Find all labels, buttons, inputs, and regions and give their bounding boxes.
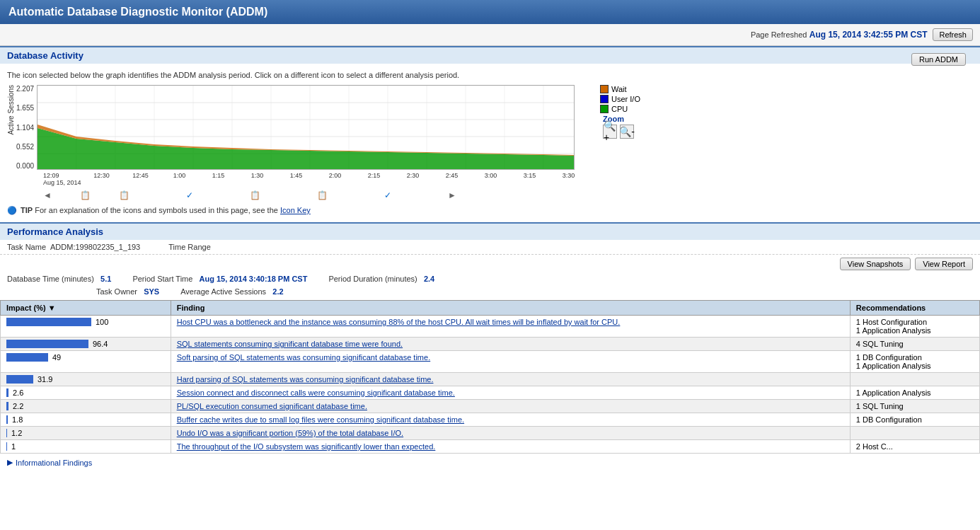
finding-cell[interactable]: Buffer cache writes due to small log fil… [171,413,850,427]
finding-link[interactable]: The throughput of the I/O subsystem was … [177,442,436,451]
tip-label: TIP [21,206,33,214]
period-duration-item: Period Duration (minutes) 2.4 [328,275,434,283]
zoom-out-icon[interactable]: 🔍- [620,125,634,139]
period-start-value: Aug 15, 2014 3:40:18 PM CST [200,275,308,283]
legend-wait: Wait [600,85,640,93]
svg-marker-19 [38,128,575,170]
snapshot-icon-5[interactable]: ✓ [384,190,391,200]
col-finding-label: Finding [177,304,205,312]
recommendation-item: 1 DB Configuration [856,415,922,424]
legend-wait-color [600,85,609,93]
y-label-3: 1.104 [16,124,34,132]
view-snapshots-button[interactable]: View Snapshots [840,258,911,270]
x-label-300: 3:00 [471,172,510,179]
period-start-item: Period Start Time Aug 15, 2014 3:40:18 P… [132,275,307,283]
period-start-label: Period Start Time [132,275,192,283]
refresh-button[interactable]: Refresh [933,28,973,41]
finding-link[interactable]: Buffer cache writes due to small log fil… [177,415,464,424]
x-label-1209: 12:09 [43,172,82,179]
finding-link[interactable]: SQL statements consuming significant dat… [177,340,403,348]
chart-wrapper: 2.207 1.655 1.104 0.552 0.000 [16,85,973,172]
finding-cell[interactable]: Hard parsing of SQL statements was consu… [171,373,850,386]
finding-link[interactable]: Session connect and disconnect calls wer… [177,388,455,397]
page-title: Automatic Database Diagnostic Monitor (A… [8,6,972,18]
finding-link[interactable]: Host CPU was a bottleneck and the instan… [177,318,621,326]
icon-row: ◄ 📋 📋 ✓ 📋 📋 ✓ ► [43,190,973,200]
finding-cell[interactable]: Soft parsing of SQL statements was consu… [171,351,850,373]
finding-link[interactable]: Undo I/O was a significant portion (59%)… [177,429,403,437]
table-row: 100Host CPU was a bottleneck and the ins… [1,316,980,338]
db-time-label: Database Time (minutes) [7,275,94,283]
legend-userio-color [600,95,609,103]
task-name-label: Task Name [7,243,46,251]
refresh-datetime: Aug 15, 2014 3:42:55 PM CST [809,30,928,40]
finding-cell[interactable]: Undo I/O was a significant portion (59%)… [171,427,850,440]
impact-bar [6,353,48,362]
recommendation-item: 1 Application Analysis [856,362,931,370]
finding-link[interactable]: PL/SQL execution consumed significant da… [177,402,367,410]
db-time-value: 5.1 [100,275,111,283]
impact-value: 2.2 [13,402,23,410]
snapshot-icon-4[interactable]: 📋 [317,190,328,200]
impact-cell: 100 [1,316,171,338]
tip-row: 🔵 TIP For an explanation of the icons an… [7,206,973,215]
recommendations-cell: 1 DB Configuration1 Application Analysis [850,351,979,373]
snapshot-icon-selected[interactable]: ✓ [186,190,193,200]
impact-cell: 96.4 [1,338,171,351]
detail-row: Database Time (minutes) 5.1 Period Start… [0,273,980,287]
sort-icon[interactable]: ▼ [48,304,56,312]
perf-section-title: Performance Analysis [7,226,103,237]
avg-sessions-label: Average Active Sessions [180,287,266,296]
nav-left-icon[interactable]: ◄ [43,190,52,200]
legend-cpu-color [600,105,609,113]
snapshot-icon-1[interactable]: 📋 [80,190,91,200]
table-row: 1.2Undo I/O was a significant portion (5… [1,427,980,440]
recommendations-cell: 2 Host C... [850,440,979,454]
view-report-button[interactable]: View Report [915,258,973,270]
recommendation-item: 1 DB Configuration [856,353,922,362]
refresh-text: Page Refreshed [751,30,807,39]
legend-userio-label: User I/O [611,95,640,103]
impact-value: 49 [52,353,61,362]
col-impact: Impact (%) ▼ [1,301,171,316]
db-activity-content: The icon selected below the graph identi… [0,64,980,222]
impact-cell: 1 [1,440,171,454]
recommendations-cell: 1 SQL Tuning [850,400,979,413]
table-row: 2.6Session connect and disconnect calls … [1,386,980,400]
table-row: 31.9Hard parsing of SQL statements was c… [1,373,980,386]
zoom-in-icon[interactable]: 🔍+ [603,125,617,139]
snapshot-icon-2[interactable]: 📋 [119,190,129,200]
finding-cell[interactable]: SQL statements consuming significant dat… [171,338,850,351]
impact-bar [6,415,8,424]
legend-cpu: CPU [600,105,640,113]
finding-cell[interactable]: The throughput of the I/O subsystem was … [171,440,850,454]
recommendations-cell [850,373,979,386]
finding-link[interactable]: Hard parsing of SQL statements was consu… [177,375,434,384]
perf-section-header: Performance Analysis [0,222,980,240]
finding-cell[interactable]: Session connect and disconnect calls wer… [171,386,850,400]
impact-value: 2.6 [13,388,23,397]
recommendation-item: 1 SQL Tuning [856,402,904,410]
recommendation-item: 1 Host Configuration [856,318,927,326]
icon-key-link[interactable]: Icon Key [280,206,311,214]
period-duration-label: Period Duration (minutes) [328,275,417,283]
impact-bar [6,318,91,326]
impact-value: 1.2 [11,429,22,437]
legend-zoom-container: Wait User I/O CPU Zoom [589,85,640,139]
legend-wait-label: Wait [611,85,627,93]
table-header-row: Impact (%) ▼ Finding Recommendations [1,301,980,316]
task-owner-item: Task Owner SYS [7,287,159,296]
finding-link[interactable]: Soft parsing of SQL statements was consu… [177,353,431,362]
finding-cell[interactable]: Host CPU was a bottleneck and the instan… [171,316,850,338]
run-addm-button[interactable]: Run ADDM [911,53,966,66]
snapshot-icon-3[interactable]: 📋 [250,190,260,200]
legend-cpu-label: CPU [611,105,628,113]
nav-right-icon[interactable]: ► [448,190,456,200]
info-findings-header[interactable]: ▶ Informational Findings [7,458,973,467]
task-owner-value: SYS [144,287,159,296]
y-label-4: 0.552 [16,143,34,151]
chart-area: 2.207 1.655 1.104 0.552 0.000 [16,85,973,203]
time-range-label: Time Range [168,243,211,251]
finding-cell[interactable]: PL/SQL execution consumed significant da… [171,400,850,413]
table-row: 1The throughput of the I/O subsystem was… [1,440,980,454]
